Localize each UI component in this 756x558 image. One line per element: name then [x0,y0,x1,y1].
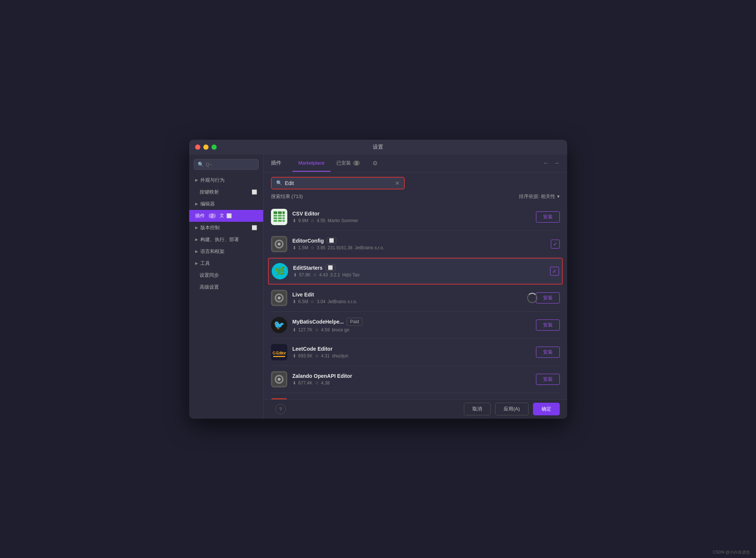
settings-gear-icon[interactable]: ⚙ [369,155,381,172]
loading-area [527,293,537,303]
star-icon: ☆ [310,245,314,250]
rating: 3.04 [317,299,325,304]
svg-rect-2 [278,211,282,214]
nav-forward-button[interactable]: → [554,160,560,166]
plugin-actions: 安装 [536,347,560,358]
svg-text:G Editor: G Editor [272,351,286,355]
plugin-meta: ⬇ 1.5M ☆ 3.85 231.9161.38 JetBrains s.r.… [293,245,551,250]
csv-editor-icon [271,209,287,225]
sidebar-search[interactable]: 🔍 [194,159,259,170]
installed-check[interactable]: ✓ [551,240,560,249]
plugin-meta: ⬇ 127.7K ☆ 4.59 bruce ge [293,327,536,332]
sidebar-item-settings-sync[interactable]: 设置同步 [189,269,263,281]
cancel-button[interactable]: 取消 [464,403,491,415]
plugin-item-zalando[interactable]: Zalando OpenAPI Editor ⬇ 677.4K ☆ 4.38 安… [271,366,560,393]
svg-rect-7 [274,217,277,219]
plugin-list: CSV Editor ⬇ 9.9M ☆ 4.55 Martin Sommer [264,204,567,399]
plugin-name: LeetCode Editor [293,346,333,352]
settings-window: 设置 🔍 ▶ 外观与行为 按键映射 ⬜ ▶ 编辑器 插件 2 [189,140,567,419]
install-button[interactable]: 安装 [536,319,560,331]
plugin-name-row: Zalando OpenAPI Editor [293,373,536,379]
tab-marketplace[interactable]: Marketplace [293,155,331,172]
editstarters-icon: 🌿 [272,263,288,279]
sort-chevron-icon: ▾ [557,194,560,199]
plugin-search-bar[interactable]: 🔍 ✕ [271,177,405,189]
sidebar-item-vcs[interactable]: ▶ 版本控制 ⬜ [189,222,263,234]
close-button[interactable] [195,145,200,150]
main-panel: 插件 Marketplace 已安装 2 ⚙ ← → 🔍 [264,155,567,419]
author: Martin Sommer [328,218,358,223]
plugin-actions: 安装 [536,292,560,304]
sidebar-item-advanced[interactable]: 高级设置 [189,281,263,293]
sort-button[interactable]: 排序依据: 相关性 ▾ [519,193,559,200]
ok-button[interactable]: 确定 [533,403,560,415]
sidebar-item-label: 设置同步 [200,272,219,279]
maximize-button[interactable] [211,145,217,150]
downloads: 9.9M [298,218,308,223]
install-button[interactable]: 安装 [536,347,560,358]
leetcode-info: LeetCode Editor ⬇ 693.5K ☆ 4.31 shuzijun [293,346,536,359]
download-icon: ⬇ [293,353,296,359]
plugin-item-editorconfig[interactable]: EditorConfig ⬜ ⬇ 1.5M ☆ 3.85 231.9161.38… [271,231,560,258]
author: shuzijun [332,353,348,359]
plugin-search-input[interactable] [285,180,392,186]
rating: 4.43 [319,272,328,278]
minimize-button[interactable] [203,145,209,150]
leetcode-icon: G Editor [271,344,287,360]
sidebar-search-input[interactable] [206,162,255,167]
translate-icon: 文 [220,213,224,219]
downloads: 57.9K [299,272,311,278]
titlebar: 设置 [189,140,567,155]
download-icon: ⬇ [293,299,296,304]
chevron-icon: ▶ [195,178,198,182]
liveedit-info: Live Edit ⬇ 6.5M ☆ 3.04 JetBrains s.r.o. [293,292,536,304]
plugin-name-row: CSV Editor [293,211,536,217]
sidebar-item-label: 高级设置 [200,284,219,291]
plugin-item-editstarters[interactable]: 🌿 EditStarters ⬜ ⬇ 57.9K ☆ [268,258,563,285]
plugin-meta: ⬇ 693.5K ☆ 4.31 shuzijun [293,353,536,359]
star-icon: ☆ [315,327,319,332]
search-container: 🔍 ✕ [264,172,567,189]
bottom-bar: ? 取消 应用(A) 确定 [264,399,567,419]
svg-rect-5 [278,215,282,217]
star-icon: ☆ [313,272,317,278]
sidebar-item-editor[interactable]: ▶ 编辑器 [189,198,263,210]
help-button[interactable]: ? [275,404,286,414]
apply-button[interactable]: 应用(A) [495,403,528,415]
svg-rect-25 [273,356,285,357]
plugin-meta: ⬇ 57.9K ☆ 4.43 3.2.1 Hdzi Tao [293,272,550,278]
editstarters-info: EditStarters ⬜ ⬇ 57.9K ☆ 4.43 3.2.1 Hdzi… [293,265,550,278]
plugin-item-csv-editor[interactable]: CSV Editor ⬇ 9.9M ☆ 4.55 Martin Sommer [271,204,560,231]
plugin-name: EditorConfig [293,238,324,244]
download-icon: ⬇ [293,327,296,332]
plugin-item-leetcode[interactable]: G Editor LeetCode Editor ⬇ 693.5K [271,339,560,366]
sidebar-item-label: 工具 [200,260,210,267]
nav-back-button[interactable]: ← [543,160,549,166]
plugin-item-mybatis[interactable]: 🐦 MyBatisCodeHelpe... Paid ⬇ 127.7K [271,312,560,339]
plugin-actions: ✓ [550,267,559,276]
plugin-item-live-edit[interactable]: Live Edit ⬇ 6.5M ☆ 3.04 JetBrains s.r.o. [271,285,560,312]
sidebar-item-keymap[interactable]: 按键映射 ⬜ [189,186,263,198]
sidebar-item-build[interactable]: ▶ 构建、执行、部署 [189,234,263,246]
install-button[interactable]: 安装 [536,374,560,385]
clear-search-icon[interactable]: ✕ [395,180,400,186]
sidebar-item-lang[interactable]: ▶ 语言和框架 [189,246,263,257]
sort-label: 排序依据: 相关性 [519,193,555,200]
plugin-name-row: Live Edit [293,292,536,298]
svg-rect-12 [282,220,285,222]
paid-badge: Paid [347,318,362,326]
sidebar-item-tools[interactable]: ▶ 工具 [189,257,263,269]
downloads: 677.4K [298,380,313,386]
sidebar-item-appearance[interactable]: ▶ 外观与行为 [189,174,263,186]
install-button[interactable]: 安装 [536,292,560,304]
tab-installed[interactable]: 已安装 2 [330,155,366,172]
sidebar-item-label: 外观与行为 [200,177,224,184]
sidebar-item-label: 插件 [195,213,205,219]
sidebar-item-plugins[interactable]: 插件 2 文 ⬜ [189,210,263,222]
results-header: 搜索结果 (713) 排序依据: 相关性 ▾ [264,189,567,204]
svg-rect-11 [278,220,282,222]
install-button[interactable]: 安装 [536,211,560,223]
titlebar-buttons [195,145,217,150]
installed-check[interactable]: ✓ [550,267,559,276]
plugin-item-awesome[interactable]: </> Awesome Editor ⬇ 110.3K ☆ 4.57 [271,393,560,399]
